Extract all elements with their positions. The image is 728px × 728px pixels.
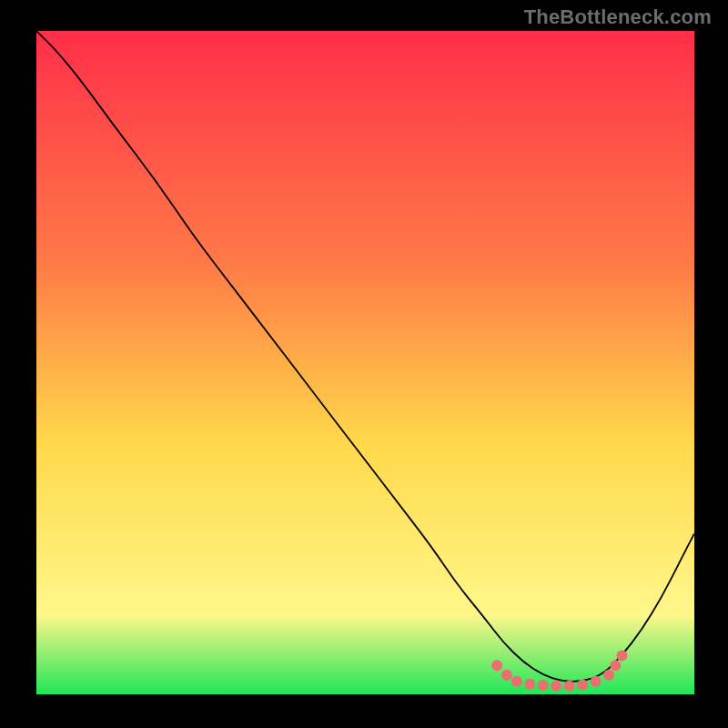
curve-marker <box>603 670 614 681</box>
chart-frame: TheBottleneck.com <box>0 0 728 728</box>
curve-marker <box>591 676 602 687</box>
curve-marker <box>501 670 512 681</box>
curve-marker <box>551 681 561 692</box>
curve-marker <box>617 651 628 662</box>
plot-svg <box>36 31 694 694</box>
curve-marker <box>524 679 535 690</box>
gradient-background <box>36 31 694 694</box>
curve-marker <box>610 660 621 671</box>
watermark-text: TheBottleneck.com <box>524 5 712 29</box>
plot-area <box>36 31 694 694</box>
curve-marker <box>491 660 502 671</box>
curve-marker <box>511 676 522 687</box>
curve-marker <box>538 680 549 691</box>
curve-marker <box>564 681 575 692</box>
curve-marker <box>577 679 588 690</box>
